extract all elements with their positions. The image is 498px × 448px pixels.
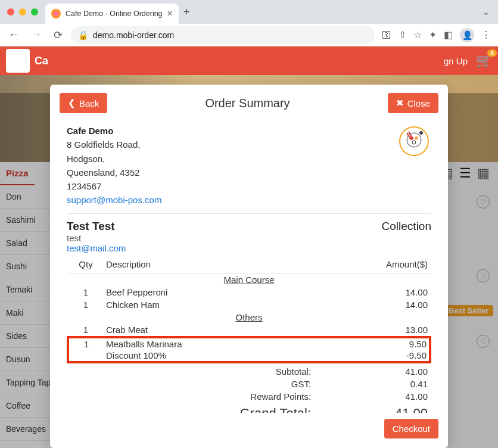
tabs-dropdown-icon[interactable]: ⌄ xyxy=(483,7,493,17)
row-desc: Beef Pepperoni xyxy=(104,286,311,298)
col-qty: Qty xyxy=(68,256,104,273)
close-button[interactable]: ✖ Close xyxy=(388,93,438,113)
lock-icon: 🔒 xyxy=(78,30,88,40)
back-icon[interactable]: ← xyxy=(5,26,23,43)
row-amount: 14.00 xyxy=(311,298,430,311)
table-row: 1Meatballs Marinara9.50 xyxy=(68,337,430,350)
customer-email-link[interactable]: test@mail.com xyxy=(67,243,126,253)
cafe-info: Cafe Demo 8 Goldfields Road, Hodgson, Qu… xyxy=(67,124,387,207)
site-header: Ca gn Up 🛒 4 xyxy=(0,46,498,75)
cart-count-badge: 4 xyxy=(487,49,497,57)
url-text: demo.mobi-order.com xyxy=(93,30,174,40)
row-amount: 9.50 xyxy=(311,337,430,350)
cafe-logo-icon xyxy=(397,124,431,158)
row-amount: 13.00 xyxy=(311,323,430,337)
row-qty: 1 xyxy=(68,337,104,350)
section-main-course: Main Course xyxy=(68,273,430,286)
modal-title: Order Summary xyxy=(107,97,387,110)
row-desc: Chicken Ham xyxy=(104,298,311,311)
svg-point-7 xyxy=(419,131,423,135)
back-button[interactable]: ❮ Back xyxy=(60,93,107,113)
table-row: Discount 100%-9.50 xyxy=(68,350,430,362)
col-desc: Description xyxy=(104,256,311,273)
reward-value: 41.00 xyxy=(315,391,430,402)
maximize-window-icon[interactable] xyxy=(31,8,38,15)
row-desc: Meatballs Marinara xyxy=(104,337,311,350)
key-icon[interactable]: ⚿ xyxy=(382,30,391,41)
chevron-left-icon: ❮ xyxy=(68,98,76,108)
panel-icon[interactable]: ◧ xyxy=(444,29,453,41)
share-icon[interactable]: ⇧ xyxy=(399,29,406,41)
row-qty xyxy=(68,350,104,362)
close-icon: ✖ xyxy=(396,98,404,108)
browser-tab-strip: Cafe Demo - Online Ordering × + ⌄ xyxy=(0,0,498,24)
highlighted-rows: 1Meatballs Marinara9.50Discount 100%-9.5… xyxy=(68,337,430,362)
profile-avatar-icon[interactable]: 👤 xyxy=(460,28,474,42)
cafe-addr1: 8 Goldfields Road, xyxy=(67,138,387,151)
minimize-window-icon[interactable] xyxy=(19,8,26,15)
section-others: Others xyxy=(68,311,430,323)
tab-close-icon[interactable]: × xyxy=(167,8,173,19)
reward-label: Reward Points: xyxy=(68,391,313,402)
checkout-button[interactable]: Checkout xyxy=(384,419,438,438)
gst-value: 0.41 xyxy=(315,378,430,390)
window-controls xyxy=(7,8,38,15)
reload-icon[interactable]: ⟳ xyxy=(50,26,66,44)
customer-sub: test xyxy=(67,233,126,243)
row-qty: 1 xyxy=(68,323,104,337)
page-content: Ca gn Up 🛒 4 Pizza DonSashimiSaladSushiT… xyxy=(0,46,498,448)
grand-total-value: 41.00 xyxy=(315,403,430,413)
svg-point-3 xyxy=(415,136,418,140)
col-amount: Amount($) xyxy=(311,256,430,273)
cafe-addr3: Queensland, 4352 xyxy=(67,166,387,179)
customer-name: Test Test xyxy=(67,220,126,233)
row-desc: Crab Meat xyxy=(104,323,311,337)
table-row: 1Crab Meat13.00 xyxy=(68,323,430,337)
row-amount: -9.50 xyxy=(311,350,430,362)
cart-icon[interactable]: 🛒 4 xyxy=(476,53,492,69)
cafe-email-link[interactable]: support@mobi-pos.com xyxy=(67,195,161,205)
grand-total-label: Grand Total: xyxy=(68,403,313,413)
star-icon[interactable]: ☆ xyxy=(413,29,422,41)
row-amount: 14.00 xyxy=(311,286,430,298)
address-bar[interactable]: 🔒 demo.mobi-order.com xyxy=(71,26,375,44)
brand[interactable]: Ca xyxy=(6,49,48,73)
svg-point-1 xyxy=(407,133,421,147)
cafe-phone: 1234567 xyxy=(67,179,387,193)
brand-logo-icon xyxy=(6,49,30,73)
back-label: Back xyxy=(79,98,99,108)
row-desc: Discount 100% xyxy=(104,350,311,362)
row-qty: 1 xyxy=(68,298,104,311)
checkout-label: Checkout xyxy=(393,424,430,434)
cafe-addr2: Hodgson, xyxy=(67,152,387,166)
cafe-name: Cafe Demo xyxy=(67,124,387,138)
table-row: 1Chicken Ham14.00 xyxy=(68,298,430,311)
subtotal-label: Subtotal: xyxy=(68,366,313,377)
menu-icon[interactable]: ⋮ xyxy=(481,29,491,41)
order-items-table: Qty Description Amount($) Main Course 1B… xyxy=(67,256,431,363)
favicon-icon xyxy=(51,9,61,18)
browser-tab[interactable]: Cafe Demo - Online Ordering × xyxy=(45,4,179,24)
modal-backdrop: ❮ Back Order Summary ✖ Close Cafe Demo 8… xyxy=(0,93,498,448)
tab-title: Cafe Demo - Online Ordering xyxy=(66,10,163,18)
forward-icon: → xyxy=(27,26,45,43)
table-row: 1Beef Pepperoni14.00 xyxy=(68,286,430,298)
brand-name: Ca xyxy=(35,55,48,67)
toolbar-icons: ⚿ ⇧ ☆ ✦ ◧ 👤 ⋮ xyxy=(379,28,493,42)
extensions-icon[interactable]: ✦ xyxy=(429,29,437,41)
order-summary-modal: ❮ Back Order Summary ✖ Close Cafe Demo 8… xyxy=(50,85,448,448)
browser-toolbar: ← → ⟳ 🔒 demo.mobi-order.com ⚿ ⇧ ☆ ✦ ◧ 👤 … xyxy=(0,24,498,46)
close-window-icon[interactable] xyxy=(7,8,14,15)
order-type: Collection xyxy=(382,220,431,233)
gst-label: GST: xyxy=(68,378,313,390)
row-qty: 1 xyxy=(68,286,104,298)
close-label: Close xyxy=(407,98,430,108)
signup-link[interactable]: gn Up xyxy=(444,56,468,66)
svg-point-4 xyxy=(412,141,416,144)
new-tab-icon[interactable]: + xyxy=(183,6,190,18)
subtotal-value: 41.00 xyxy=(315,366,430,377)
totals-table: Subtotal:41.00 GST:0.41 Reward Points:41… xyxy=(67,365,431,413)
